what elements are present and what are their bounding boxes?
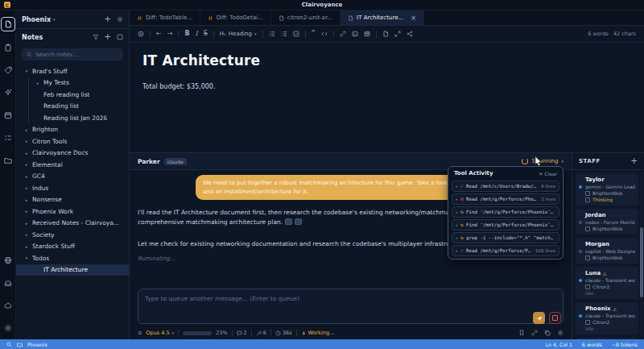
tree-item[interactable]: ▸Nonsense <box>16 194 129 206</box>
model-selector[interactable]: Opus 4.5 ▾ <box>146 330 174 336</box>
task-list-icon[interactable] <box>293 31 299 37</box>
project-name[interactable]: Phoenix <box>27 342 47 347</box>
search-icon[interactable] <box>6 342 12 347</box>
stop-button[interactable] <box>549 312 561 324</box>
staff-card[interactable]: Taylor gemini - Gemini Lead BrightonWeb … <box>576 173 638 206</box>
close-tab-icon[interactable]: × <box>411 15 416 22</box>
tree-chevron-icon[interactable]: ▾ <box>24 69 29 73</box>
tree-chevron-icon[interactable]: ▸ <box>24 127 29 132</box>
tree-chevron-icon[interactable]: ▸ <box>24 244 29 249</box>
tree-item[interactable]: ▸Received Notes - Clairvoya... <box>16 218 129 230</box>
tree-chevron-icon[interactable]: ▸ <box>456 248 458 253</box>
tree-chevron-icon[interactable]: ▸ <box>24 151 29 156</box>
tree-item-active[interactable]: IT Architecture <box>16 264 129 276</box>
tree-item[interactable]: ▾Brad's Stuff <box>16 65 129 77</box>
doc-chip-icon[interactable] <box>295 218 302 225</box>
tree-item[interactable]: Reading list <box>16 101 129 113</box>
nav-tags-icon[interactable] <box>2 64 14 77</box>
tree-item[interactable]: Reading list Jan 2026 <box>16 112 129 124</box>
nav-checklist-icon[interactable] <box>2 131 14 144</box>
nav-ai-sparkles-icon[interactable] <box>2 86 14 99</box>
chat-settings-icon[interactable] <box>557 330 564 336</box>
tree-item[interactable]: ▸My Tests <box>16 77 129 89</box>
tree-chevron-icon[interactable]: ▸ <box>35 81 40 85</box>
bullet-list-icon[interactable] <box>269 31 275 37</box>
copy-icon[interactable] <box>544 330 551 336</box>
tree-item[interactable]: ▸Elemental <box>16 159 129 171</box>
send-button[interactable] <box>533 312 545 324</box>
tree-item[interactable]: Feb reading list <box>16 89 129 101</box>
tree-item[interactable]: ▾Todos <box>16 252 129 264</box>
nav-clipboard-icon[interactable] <box>2 41 14 54</box>
export-icon[interactable] <box>382 31 389 37</box>
staff-scrollbar[interactable] <box>640 171 643 338</box>
tool-row[interactable]: ▸ ↻ Find '/mnt/g/Perforce/Phoenix' '**/*… <box>452 206 559 218</box>
add-staff-button[interactable]: + <box>631 157 638 165</box>
tree-chevron-icon[interactable]: ▸ <box>456 197 458 202</box>
tree-item[interactable]: ▸Citron Tools <box>16 135 129 147</box>
expand-icon[interactable] <box>394 31 401 37</box>
new-note-button[interactable]: + <box>105 15 111 23</box>
tree-chevron-icon[interactable]: ▸ <box>24 197 29 202</box>
code-icon[interactable] <box>321 31 328 37</box>
tree-chevron-icon[interactable]: ▾ <box>24 256 29 260</box>
tree-item[interactable]: ▸GC4 <box>16 171 129 183</box>
numbered-list-icon[interactable] <box>281 31 287 37</box>
bold-button[interactable]: B <box>184 31 189 37</box>
menu-icon[interactable]: ≡ <box>138 330 142 336</box>
tree-item[interactable]: ▸Phoenix Work <box>16 206 129 218</box>
filter-icon[interactable] <box>93 34 99 40</box>
collapse-all-icon[interactable] <box>117 34 123 40</box>
doc-chip-icon[interactable] <box>285 218 292 225</box>
tree-chevron-icon[interactable]: ▸ <box>24 174 29 179</box>
tab-diff-tododetail[interactable]: Diff: TodoDetai... <box>200 10 271 25</box>
tree-chevron-icon[interactable]: ▸ <box>24 139 29 143</box>
tree-chevron-icon[interactable]: ▸ <box>456 222 458 227</box>
undo-icon[interactable]: ← <box>156 31 162 37</box>
tree-item[interactable]: ▸Society <box>16 229 129 241</box>
tree-chevron-icon[interactable]: ▸ <box>456 210 458 214</box>
heading-dropdown[interactable]: H₁ Heading ▾ <box>220 31 257 37</box>
tool-row[interactable]: ▸ ↻ grep -i --include="*.h" "matchmak|lo… <box>452 232 559 243</box>
nav-files-icon[interactable] <box>2 154 14 167</box>
workspace-settings-icon[interactable] <box>117 16 123 23</box>
nav-inbox-icon[interactable] <box>2 276 14 289</box>
tab-diff-todotable[interactable]: Diff: TodoTable... <box>130 10 200 25</box>
tree-chevron-icon[interactable]: ▸ <box>24 209 29 214</box>
tree-chevron-icon[interactable]: ▸ <box>24 185 29 190</box>
share-icon[interactable] <box>407 31 413 37</box>
tree-item[interactable]: ▸Stardock Stuff <box>16 241 129 253</box>
focus-mode-icon[interactable] <box>138 31 144 37</box>
staff-card[interactable]: Phoenix⚠ claude - Transient worker: Phoe… <box>576 302 638 334</box>
redo-icon[interactable]: → <box>167 31 173 37</box>
scrollbar-thumb[interactable] <box>640 227 643 297</box>
nav-calendar-icon[interactable] <box>2 109 14 122</box>
tree-item[interactable]: ▸Clairvoyance Docs <box>16 147 129 160</box>
nav-cloud-icon[interactable] <box>2 299 14 312</box>
tab-citron2[interactable]: citron2-unit-ar... <box>271 10 341 25</box>
note-editor[interactable]: IT Architecture Total budget: $35,000. <box>130 43 644 152</box>
tab-it-architecture[interactable]: IT Architecture... × <box>341 10 424 25</box>
add-note-button[interactable]: + <box>105 33 111 41</box>
link-icon[interactable] <box>340 31 346 37</box>
staff-card[interactable]: Luna⚠ claude - Transient worker: Luna Ci… <box>576 267 638 299</box>
tree-chevron-icon[interactable]: ▸ <box>456 235 458 240</box>
clear-tools-button[interactable]: ✕ Clear <box>539 171 557 177</box>
nav-web-icon[interactable] <box>2 254 14 267</box>
tree-chevron-icon[interactable]: ▸ <box>24 221 29 226</box>
search-notes-input[interactable]: Search notes... <box>22 48 123 60</box>
tree-item[interactable]: ▸Brighton <box>16 124 129 136</box>
nav-settings-icon[interactable] <box>2 322 14 334</box>
tree-chevron-icon[interactable]: ▸ <box>24 232 29 237</box>
workspace-selector[interactable]: Phoenix <box>22 16 51 23</box>
staff-card[interactable]: Morgan copilot - Web Designer BrightonWe… <box>576 238 638 264</box>
tree-item[interactable]: ▸Indus <box>16 182 129 194</box>
table-icon[interactable] <box>364 31 370 37</box>
tool-row[interactable]: ▸ ✓ Read /mnt/g/Perforce/Phoenix/Doc... … <box>452 245 559 256</box>
bookmark-icon[interactable] <box>518 330 525 336</box>
tool-row[interactable]: ▸ ✓ Read /mnt/c/Users/Bradw/AppData/R...… <box>452 181 559 192</box>
chat-input[interactable] <box>138 289 564 324</box>
tool-row[interactable]: ▸ ⊘ Read /mnt/g/Perforce/Phoenix/.clairv… <box>452 193 559 205</box>
nav-notes-icon[interactable] <box>1 17 15 31</box>
tree-chevron-icon[interactable]: ▸ <box>24 162 29 167</box>
